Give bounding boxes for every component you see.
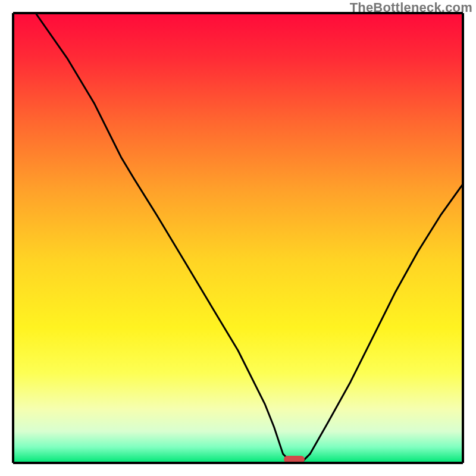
plot-svg [13,13,463,463]
plot-area [13,13,463,463]
axis-border-left [12,13,14,463]
axis-border-right [462,13,464,463]
axis-border-bottom [13,462,463,464]
chart-frame: TheBottleneck.com [0,0,476,476]
axis-border-top [13,12,463,14]
